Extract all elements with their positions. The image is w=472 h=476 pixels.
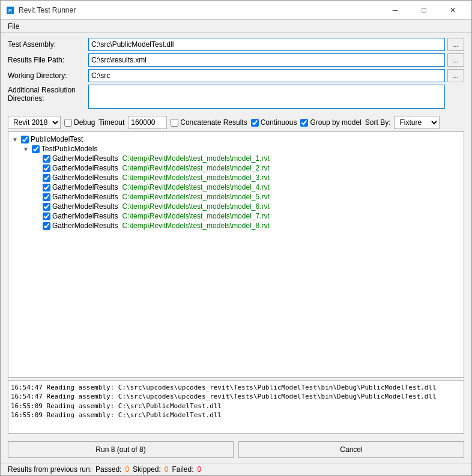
window-controls: ─ □ ✕ xyxy=(381,1,467,20)
test-path-6: C:\temp\RevitModels\test_models\model_6.… xyxy=(122,202,269,211)
sort-by-dropdown[interactable]: Fixture Name Duration xyxy=(394,116,440,129)
concatenate-label: Concatenate Results xyxy=(180,118,247,127)
timeout-label: Timeout xyxy=(98,118,124,127)
concatenate-checkbox-label[interactable]: Concatenate Results xyxy=(171,118,247,127)
test-checkbox-1[interactable] xyxy=(43,155,50,163)
test-checkbox-6[interactable] xyxy=(43,203,50,211)
sort-by-label: Sort By: xyxy=(365,118,391,127)
list-item: ▶ GatherModelResults C:\temp\RevitModels… xyxy=(32,211,461,221)
results-file-input[interactable] xyxy=(88,53,445,67)
group-checkbox[interactable] xyxy=(32,145,40,153)
minimize-button[interactable]: ─ xyxy=(381,1,409,20)
test-label-4: GatherModelResults xyxy=(52,183,118,191)
form-area: Test Assembly: ... Results File Path: ..… xyxy=(1,33,471,113)
test-label-8: GatherModelResults xyxy=(52,221,118,230)
test-checkbox-2[interactable] xyxy=(43,164,50,172)
results-file-row: Results File Path: ... xyxy=(8,53,464,67)
tree-group-node: ▼ TestPublicModels xyxy=(22,144,461,154)
tree-level2: ▶ GatherModelResults C:\temp\RevitModels… xyxy=(32,154,461,230)
test-checkbox-3[interactable] xyxy=(43,174,50,182)
tree-level1: ▼ TestPublicModels ▶ GatherModelResults … xyxy=(22,144,461,230)
test-assembly-label: Test Assembly: xyxy=(8,40,86,49)
status-passed-value: 0 xyxy=(125,465,129,474)
list-item: ▶ GatherModelResults C:\temp\RevitModels… xyxy=(32,173,461,182)
status-passed-label: Passed: xyxy=(95,465,121,474)
root-collapse-icon[interactable]: ▼ xyxy=(11,135,19,143)
test-path-4: C:\temp\RevitModels\test_models\model_4.… xyxy=(122,183,269,191)
status-bar: Results from previous run: Passed: 0 Ski… xyxy=(1,463,471,475)
debug-checkbox-label[interactable]: Debug xyxy=(64,118,95,127)
bottom-buttons: Run 8 (out of 8) Cancel xyxy=(1,436,471,463)
additional-res-input[interactable] xyxy=(88,85,445,109)
log-line-2: 16:54:47 Reading assembly: C:\src\upcode… xyxy=(11,392,461,401)
run-button[interactable]: Run 8 (out of 8) xyxy=(8,441,234,458)
additional-res-row: Additional Resolution Directories: xyxy=(8,85,464,109)
results-file-browse-button[interactable]: ... xyxy=(447,53,464,67)
test-path-1: C:\temp\RevitModels\test_models\model_1.… xyxy=(122,154,269,163)
test-path-2: C:\temp\RevitModels\test_models\model_2.… xyxy=(122,164,269,172)
test-label-3: GatherModelResults xyxy=(52,173,118,182)
test-assembly-browse-button[interactable]: ... xyxy=(447,38,464,51)
cancel-button[interactable]: Cancel xyxy=(238,441,464,458)
test-assembly-row: Test Assembly: ... xyxy=(8,38,464,51)
log-line-1: 16:54:47 Reading assembly: C:\src\upcode… xyxy=(11,383,461,392)
group-by-model-checkbox[interactable] xyxy=(300,119,308,127)
test-path-5: C:\temp\RevitModels\test_models\model_5.… xyxy=(122,193,269,201)
status-prefix: Results from previous run: xyxy=(8,465,92,474)
results-file-label: Results File Path: xyxy=(8,56,86,64)
root-checkbox[interactable] xyxy=(21,136,29,143)
continuous-label: Continuous xyxy=(261,118,297,127)
test-checkbox-4[interactable] xyxy=(43,184,50,191)
test-label-7: GatherModelResults xyxy=(52,212,118,220)
test-path-8: C:\temp\RevitModels\test_models\model_8.… xyxy=(122,221,269,230)
list-item: ▶ GatherModelResults C:\temp\RevitModels… xyxy=(32,182,461,192)
working-dir-browse-button[interactable]: ... xyxy=(447,69,464,82)
svg-text:R: R xyxy=(8,8,13,14)
test-assembly-input[interactable] xyxy=(88,38,445,51)
continuous-checkbox[interactable] xyxy=(251,119,259,127)
working-dir-input[interactable] xyxy=(88,69,445,82)
test-checkbox-5[interactable] xyxy=(43,193,50,201)
continuous-checkbox-label[interactable]: Continuous xyxy=(251,118,297,127)
group-label: TestPublicModels xyxy=(41,145,97,153)
test-label-6: GatherModelResults xyxy=(52,202,118,211)
main-window: R Revit Test Runner ─ □ ✕ File Test Asse… xyxy=(0,0,472,476)
toolbar-row: Revit 2018 Debug Timeout Concatenate Res… xyxy=(1,113,471,131)
timeout-input[interactable] xyxy=(128,116,167,129)
list-item: ▶ GatherModelResults C:\temp\RevitModels… xyxy=(32,202,461,211)
maximize-button[interactable]: □ xyxy=(410,1,438,20)
log-line-3: 16:55:09 Reading assembly: C:\src\Public… xyxy=(11,402,461,411)
debug-label: Debug xyxy=(74,118,95,127)
log-area: 16:54:47 Reading assembly: C:\src\upcode… xyxy=(8,380,464,434)
list-item: ▶ GatherModelResults C:\temp\RevitModels… xyxy=(32,163,461,173)
file-menu[interactable]: File xyxy=(3,21,24,32)
close-button[interactable]: ✕ xyxy=(439,1,467,20)
app-icon: R xyxy=(5,5,15,15)
working-dir-row: Working Directory: ... xyxy=(8,69,464,82)
test-checkbox-8[interactable] xyxy=(43,222,50,230)
status-failed-label: Failed: xyxy=(172,465,194,474)
status-failed-value: 0 xyxy=(198,465,202,474)
list-item: ▶ GatherModelResults C:\temp\RevitModels… xyxy=(32,221,461,230)
test-label-1: GatherModelResults xyxy=(52,154,118,163)
group-collapse-icon[interactable]: ▼ xyxy=(22,145,30,153)
revit-version-dropdown[interactable]: Revit 2018 xyxy=(8,116,61,129)
status-skipped-value: 0 xyxy=(165,465,169,474)
list-item: ▶ GatherModelResults C:\temp\RevitModels… xyxy=(32,154,461,163)
list-item: ▶ GatherModelResults C:\temp\RevitModels… xyxy=(32,192,461,202)
tree-root-node: ▼ PublicModelTest xyxy=(11,134,461,144)
concatenate-checkbox[interactable] xyxy=(171,119,178,127)
debug-checkbox[interactable] xyxy=(64,119,72,127)
additional-res-label: Additional Resolution Directories: xyxy=(8,85,86,103)
root-label: PublicModelTest xyxy=(31,135,83,143)
test-checkbox-7[interactable] xyxy=(43,212,50,220)
status-skipped-label: Skipped: xyxy=(133,465,161,474)
test-label-2: GatherModelResults xyxy=(52,164,118,172)
group-by-model-checkbox-label[interactable]: Group by model xyxy=(300,118,361,127)
test-tree[interactable]: ▼ PublicModelTest ▼ TestPublicModels ▶ G… xyxy=(8,131,464,378)
working-dir-label: Working Directory: xyxy=(8,71,86,80)
window-title: Revit Test Runner xyxy=(19,6,381,14)
log-line-4: 16:55:09 Reading assembly: C:\src\Public… xyxy=(11,411,461,420)
test-label-5: GatherModelResults xyxy=(52,193,118,201)
title-bar: R Revit Test Runner ─ □ ✕ xyxy=(1,1,471,20)
